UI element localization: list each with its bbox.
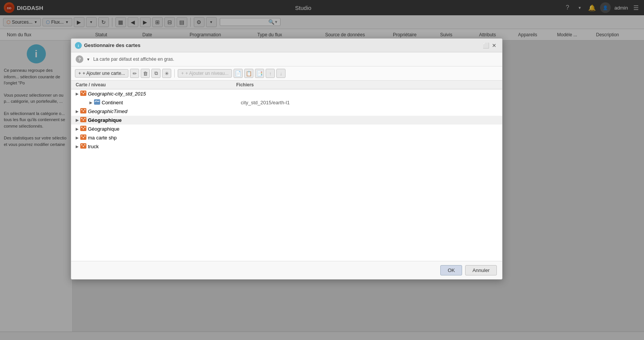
table-row[interactable]: ▶ Continent city_std_2015/earth-l1	[71, 98, 502, 107]
dialog-hint: ? ▼ La carte par défaut est affichée en …	[71, 52, 502, 66]
tree-toggle-icon[interactable]: ▶	[74, 117, 80, 123]
tree-toggle-icon[interactable]: ▶	[74, 135, 80, 141]
svg-text:i: i	[78, 44, 79, 48]
level-btn-3[interactable]: 📑	[255, 69, 264, 78]
row-label: Continent	[102, 100, 123, 105]
svg-point-28	[84, 144, 86, 146]
row-name: ▶ Continent	[80, 99, 241, 106]
dialog-content: ▶ Geographic-city_std_2015 ▶	[71, 89, 502, 261]
dialog-close-button[interactable]: ✕	[490, 41, 498, 50]
tree-toggle-icon[interactable]: ▶	[74, 108, 80, 115]
svg-point-7	[84, 92, 86, 93]
table-row[interactable]: ▶ Géographique	[71, 125, 502, 133]
row-label: truck	[88, 144, 99, 149]
hint-icon: ?	[76, 55, 83, 63]
add-map-icon: +	[78, 71, 81, 76]
add-level-button[interactable]: + + Ajouter un niveau...	[178, 69, 232, 78]
map-type-icon	[80, 108, 86, 115]
col-fichiers-header: Fichiers	[236, 82, 498, 87]
dialog-title-text: Gestionnaire des cartes	[84, 42, 482, 48]
svg-point-24	[84, 136, 86, 137]
svg-point-10	[81, 109, 83, 110]
tree-toggle-icon[interactable]: ▶	[74, 126, 80, 132]
dialog-footer: OK Annuler	[71, 261, 502, 279]
row-name: ▶ Géographique	[74, 126, 235, 132]
table-row[interactable]: ▶ Géographique	[71, 116, 502, 125]
svg-point-26	[81, 144, 83, 146]
svg-point-12	[84, 109, 86, 110]
add-level-icon: +	[181, 71, 184, 76]
map-type-icon	[80, 143, 86, 150]
row-name: ▶ GeographicTimed	[74, 108, 235, 115]
level-btn-down[interactable]: ↓	[276, 69, 286, 78]
dialog-toolbar-sep	[174, 69, 175, 78]
level-btn-up[interactable]: ↑	[266, 69, 275, 78]
table-row[interactable]: ▶ GeographicTimed	[71, 107, 502, 116]
table-row[interactable]: ▶ Geographic-city_std_2015	[71, 89, 502, 98]
delete-map-button[interactable]: 🗑	[141, 69, 150, 78]
svg-point-15	[83, 120, 84, 121]
dialog-maximize-button[interactable]: ⬜	[482, 41, 490, 50]
row-files: city_std_2015/earth-l1	[241, 100, 499, 105]
copy-map-button[interactable]: ⧉	[151, 69, 161, 78]
row-label: ma carte shp	[88, 135, 117, 141]
row-label: GeographicTimed	[88, 108, 127, 114]
tree-toggle-icon[interactable]: ▶	[88, 100, 94, 106]
map-manager-dialog: i Gestionnaire des cartes ⬜ ✕ ? ▼ La car…	[71, 38, 503, 280]
hint-text: La carte par défaut est affichée en gras…	[93, 57, 174, 62]
map-type-icon	[80, 91, 86, 97]
svg-point-14	[81, 118, 83, 119]
map-type-icon	[80, 126, 86, 132]
svg-point-22	[81, 136, 83, 137]
row-name: ▶ Geographic-city_std_2015	[74, 91, 235, 97]
svg-point-20	[84, 127, 86, 128]
map-type-icon	[80, 117, 86, 123]
svg-point-18	[81, 127, 83, 128]
add-level-label: + Ajouter un niveau...	[185, 71, 229, 76]
svg-point-5	[81, 92, 83, 93]
level-type-icon	[94, 99, 100, 106]
edit-map-button[interactable]: ✏	[130, 69, 139, 78]
row-name: ▶ Géographique	[74, 117, 235, 123]
add-map-button[interactable]: + + Ajouter une carte...	[75, 69, 128, 78]
settings-map-button[interactable]: ✳	[162, 69, 171, 78]
svg-point-6	[83, 93, 84, 94]
map-type-icon	[80, 134, 86, 141]
row-label: Géographique	[88, 117, 122, 123]
level-btn-1[interactable]: 📄	[234, 69, 243, 78]
ok-button[interactable]: OK	[440, 265, 462, 275]
row-name: ▶ ma carte shp	[74, 134, 235, 141]
col-carte-header: Carte / niveau	[76, 82, 236, 87]
tree-toggle-icon[interactable]: ▶	[74, 91, 80, 97]
svg-point-23	[83, 137, 84, 138]
tree-toggle-icon[interactable]: ▶	[74, 144, 80, 150]
svg-point-16	[84, 118, 86, 119]
table-row[interactable]: ▶ truck	[71, 142, 502, 151]
dialog-toolbar: + + Ajouter une carte... ✏ 🗑 ⧉ ✳ + + Ajo…	[71, 66, 502, 81]
level-btn-2[interactable]: 📋	[244, 69, 253, 78]
svg-point-19	[83, 128, 84, 130]
row-name: ▶ truck	[74, 143, 235, 150]
dialog-table-header: Carte / niveau Fichiers	[71, 81, 502, 89]
dialog-titlebar: i Gestionnaire des cartes ⬜ ✕	[71, 39, 502, 52]
svg-point-27	[83, 146, 84, 147]
cancel-button[interactable]: Annuler	[465, 265, 497, 275]
add-map-label: + Ajouter une carte...	[83, 71, 125, 76]
dialog-title-icon: i	[75, 42, 82, 49]
row-label: Géographique	[88, 126, 119, 132]
table-row[interactable]: ▶ ma carte shp	[71, 133, 502, 142]
svg-point-11	[83, 111, 84, 112]
row-label: Geographic-city_std_2015	[88, 91, 146, 97]
hint-dropdown-icon[interactable]: ▼	[86, 57, 90, 62]
